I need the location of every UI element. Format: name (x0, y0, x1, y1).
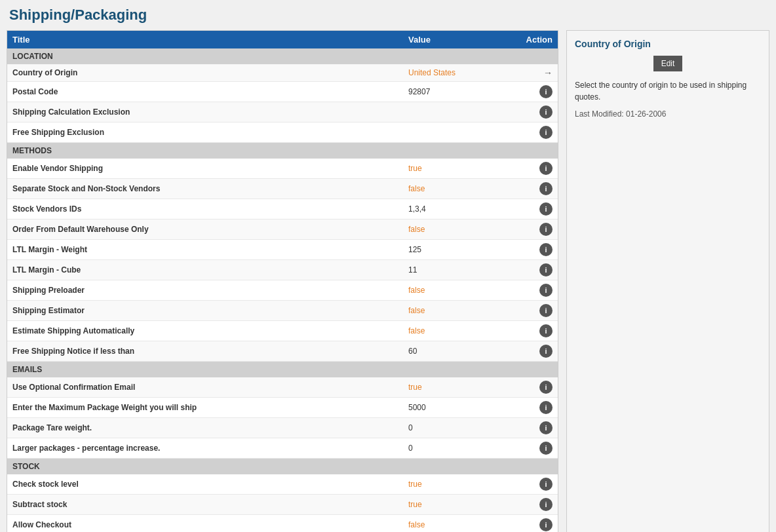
table-row: Use Optional Confirmation Emailtruei (7, 377, 558, 398)
table-row: Shipping Preloaderfalsei (7, 280, 558, 301)
row-title: Check stock level (12, 480, 408, 489)
row-action[interactable]: i (513, 162, 553, 175)
table-row: LTL Margin - Weight125i (7, 240, 558, 260)
info-icon[interactable]: i (539, 162, 553, 175)
col-header-title: Title (12, 35, 408, 45)
row-title: LTL Margin - Weight (12, 245, 408, 254)
row-value: true (408, 480, 513, 489)
row-title: Postal Code (12, 87, 408, 96)
row-title: Shipping Estimator (12, 306, 408, 315)
info-icon[interactable]: i (539, 421, 553, 434)
table-header: Title Value Action (7, 31, 558, 48)
info-icon[interactable]: i (539, 478, 553, 491)
row-value: true (408, 500, 513, 509)
page-title: Shipping/Packaging (7, 7, 769, 24)
row-value: 92807 (408, 87, 513, 96)
col-header-action: Action (513, 35, 553, 45)
table-row: Enter the Maximum Package Weight you wil… (7, 398, 558, 418)
row-value: false (408, 326, 513, 335)
info-icon[interactable]: i (539, 105, 553, 119)
info-icon[interactable]: i (539, 263, 553, 276)
info-icon[interactable]: i (539, 442, 553, 455)
section-header: METHODS (7, 143, 558, 159)
info-icon[interactable]: i (539, 85, 553, 98)
row-title: Subtract stock (12, 500, 408, 509)
row-title: Package Tare weight. (12, 423, 408, 432)
row-title: Shipping Calculation Exclusion (12, 107, 408, 117)
row-value: false (408, 225, 513, 234)
row-action[interactable]: i (513, 126, 553, 139)
row-value: true (408, 383, 513, 392)
table-row: Separate Stock and Non-Stock Vendorsfals… (7, 179, 558, 199)
row-action[interactable]: i (513, 518, 553, 531)
table-row: Postal Code92807i (7, 82, 558, 102)
info-icon[interactable]: i (539, 381, 553, 394)
info-icon[interactable]: i (539, 304, 553, 317)
table-body: LOCATIONCountry of OriginUnited States→P… (7, 48, 558, 532)
info-icon[interactable]: i (539, 223, 553, 236)
row-title: Allow Checkout (12, 520, 408, 529)
row-action[interactable]: i (513, 478, 553, 491)
info-icon[interactable]: i (539, 518, 553, 531)
info-icon[interactable]: i (539, 324, 553, 337)
table-row: Order From Default Warehouse Onlyfalsei (7, 219, 558, 240)
info-icon[interactable]: i (539, 202, 553, 216)
row-title: Estimate Shipping Automatically (12, 326, 408, 335)
table-row: Stock Vendors IDs1,3,4i (7, 199, 558, 219)
row-title: Separate Stock and Non-Stock Vendors (12, 184, 408, 193)
table-row: Enable Vendor Shippingtruei (7, 159, 558, 179)
table-row: Free Shipping Exclusioni (7, 123, 558, 143)
row-value: 1,3,4 (408, 204, 513, 214)
table-row: Subtract stocktruei (7, 495, 558, 515)
row-value: 5000 (408, 403, 513, 412)
info-icon[interactable]: i (539, 284, 553, 297)
table-row: Country of OriginUnited States→ (7, 64, 558, 82)
row-action[interactable]: i (513, 345, 553, 358)
row-action[interactable]: i (513, 498, 553, 511)
row-action[interactable]: i (513, 202, 553, 216)
row-value: 125 (408, 245, 513, 254)
arrow-icon[interactable]: → (543, 67, 553, 78)
row-action[interactable]: i (513, 442, 553, 455)
row-action[interactable]: i (513, 182, 553, 195)
row-action[interactable]: i (513, 105, 553, 119)
row-action[interactable]: i (513, 324, 553, 337)
row-value: false (408, 306, 513, 315)
row-title: Order From Default Warehouse Only (12, 225, 408, 234)
table-row: Check stock leveltruei (7, 474, 558, 495)
row-action[interactable]: i (513, 223, 553, 236)
row-title: Stock Vendors IDs (12, 204, 408, 214)
table-row: Free Shipping Notice if less than60i (7, 341, 558, 362)
table-row: Shipping Calculation Exclusioni (7, 102, 558, 123)
row-action[interactable]: → (513, 67, 553, 78)
row-action[interactable]: i (513, 421, 553, 434)
row-value: 60 (408, 347, 513, 356)
info-icon[interactable]: i (539, 243, 553, 256)
table-row: LTL Margin - Cube11i (7, 260, 558, 280)
info-icon[interactable]: i (539, 401, 553, 414)
row-action[interactable]: i (513, 263, 553, 276)
row-value: 0 (408, 444, 513, 453)
row-action[interactable]: i (513, 85, 553, 98)
edit-button[interactable]: Edit (653, 56, 683, 71)
col-header-value: Value (408, 35, 513, 45)
row-title: LTL Margin - Cube (12, 265, 408, 275)
row-action[interactable]: i (513, 304, 553, 317)
table-row: Larger packages - percentage increase.0i (7, 438, 558, 459)
info-icon[interactable]: i (539, 182, 553, 195)
row-value: false (408, 286, 513, 295)
info-icon[interactable]: i (539, 345, 553, 358)
row-action[interactable]: i (513, 284, 553, 297)
sidebar-panel: Country of Origin Edit Select the countr… (566, 30, 769, 532)
row-action[interactable]: i (513, 401, 553, 414)
row-title: Larger packages - percentage increase. (12, 444, 408, 453)
row-action[interactable]: i (513, 243, 553, 256)
sidebar-last-modified: Last Modified: 01-26-2006 (575, 109, 761, 119)
info-icon[interactable]: i (539, 498, 553, 511)
table-row: Allow Checkoutfalsei (7, 515, 558, 532)
info-icon[interactable]: i (539, 126, 553, 139)
table-row: Estimate Shipping Automaticallyfalsei (7, 321, 558, 341)
row-action[interactable]: i (513, 381, 553, 394)
main-table: Title Value Action LOCATIONCountry of Or… (7, 30, 558, 532)
row-value: true (408, 164, 513, 173)
